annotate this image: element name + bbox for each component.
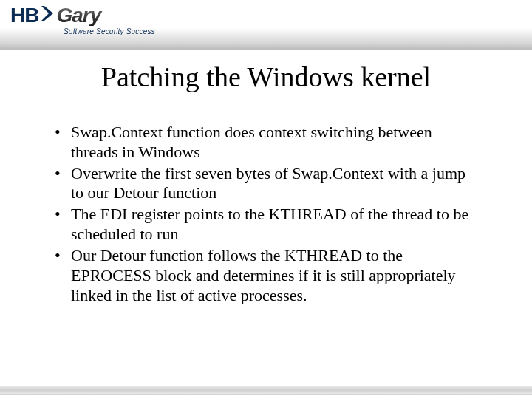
chevron-right-icon [41, 4, 55, 26]
slide-content: Swap.Context function does context switc… [0, 93, 532, 305]
slide-title: Patching the Windows kernel [0, 61, 532, 93]
list-item: The EDI register points to the KTHREAD o… [52, 205, 480, 245]
logo-hb-text: HB [10, 5, 38, 26]
footer-decorative-bar [0, 386, 532, 395]
list-item: Our Detour function follows the KTHREAD … [52, 246, 480, 305]
logo: HB Gary Software Security Success [10, 4, 155, 35]
list-item: Swap.Context function does context switc… [52, 123, 480, 163]
bullet-list: Swap.Context function does context switc… [52, 123, 480, 305]
slide-header: HB Gary Software Security Success [0, 0, 532, 50]
svg-marker-0 [41, 6, 53, 21]
logo-gary-text: Gary [56, 5, 105, 26]
logo-main: HB Gary [10, 4, 105, 26]
list-item: Overwrite the first seven bytes of Swap.… [52, 164, 480, 204]
logo-tagline: Software Security Success [64, 27, 155, 35]
